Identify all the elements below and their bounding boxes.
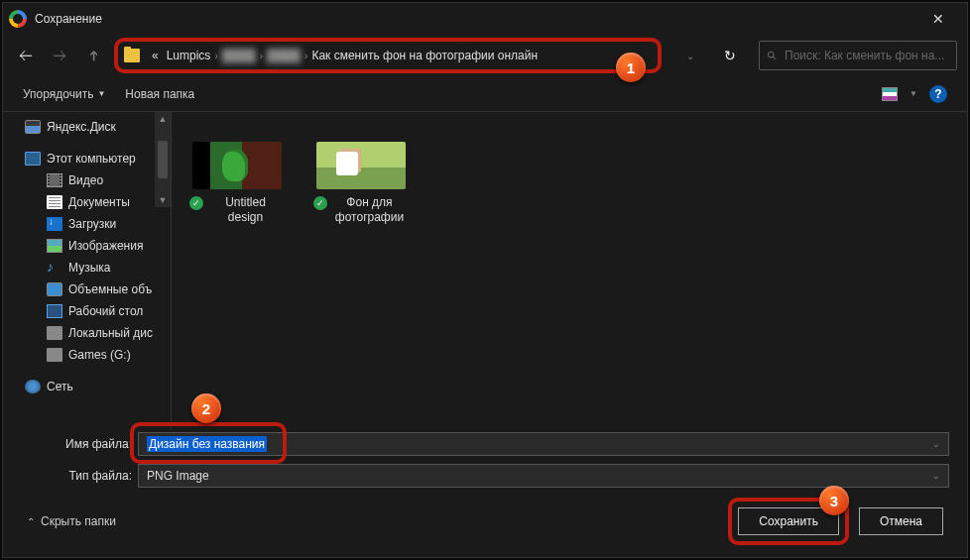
breadcrumb-item[interactable]: ████ <box>218 49 260 62</box>
file-thumbnail <box>316 142 406 189</box>
drive-icon <box>47 326 62 340</box>
address-bar[interactable]: « Lumpics › ████ › ████ › Как сменить фо… <box>114 38 662 73</box>
tree-item-3d-objects[interactable]: Объемные объ <box>3 279 171 300</box>
tree-item-network[interactable]: Сеть <box>3 376 171 397</box>
chevron-down-icon: ▼ <box>909 89 917 98</box>
file-item[interactable]: ✓Фон для фотографии <box>313 142 408 225</box>
callout-badge-3: 3 <box>819 486 849 515</box>
filename-input[interactable]: Дизайн без названия ⌄ <box>138 432 949 456</box>
tree-item-videos[interactable]: Видео <box>3 169 171 191</box>
up-button[interactable]: ➔ <box>80 43 106 68</box>
callout-badge-1: 1 <box>616 53 646 82</box>
filetype-select[interactable]: PNG Image ⌄ <box>138 464 949 488</box>
new-folder-button[interactable]: Новая папка <box>125 87 194 101</box>
file-name: Untitled design <box>207 195 284 225</box>
save-form: Имя файла: Дизайн без названия ⌄ Тип фай… <box>3 429 967 491</box>
sync-ok-icon: ✓ <box>313 196 327 210</box>
scroll-down-icon[interactable]: ▼ <box>155 194 171 207</box>
chevron-down-icon[interactable]: ⌄ <box>932 439 940 449</box>
filetype-label: Тип файла: <box>21 469 138 483</box>
breadcrumb-item[interactable]: Как сменить фон на фотографии онлайн <box>307 49 542 62</box>
scrollbar[interactable]: ▲ ▼ <box>155 112 171 207</box>
breadcrumb-prefix: « <box>148 49 163 62</box>
file-thumbnail <box>192 142 282 189</box>
title-bar: Сохранение ✕ <box>3 3 967 35</box>
view-mode-button[interactable] <box>882 87 898 101</box>
back-button[interactable]: 🡠 <box>13 43 39 68</box>
toolbar: Упорядочить▼ Новая папка ▼ ? <box>3 76 967 112</box>
chevron-up-icon: ⌃ <box>27 516 35 527</box>
filetype-value: PNG Image <box>147 469 209 483</box>
document-icon <box>47 195 62 209</box>
drive-icon <box>47 348 62 362</box>
video-icon <box>47 173 62 187</box>
search-input[interactable]: ⚲ Поиск: Как сменить фон на... <box>759 41 957 70</box>
chevron-down-icon: ▼ <box>97 89 105 98</box>
file-name: Фон для фотографии <box>331 195 408 225</box>
scroll-thumb[interactable] <box>158 141 168 177</box>
computer-icon <box>25 152 41 166</box>
scroll-up-icon[interactable]: ▲ <box>155 112 171 125</box>
search-placeholder: Поиск: Как сменить фон на... <box>785 49 944 62</box>
refresh-button[interactable]: ↻ <box>717 43 743 68</box>
chrome-icon <box>9 10 27 28</box>
help-button[interactable]: ? <box>929 85 947 103</box>
main-area: ▲ ▼ Яндекс.Диск Этот компьютер Видео Док… <box>3 112 967 429</box>
navigation-row: 🡠 🡢 ➔ « Lumpics › ████ › ████ › Как смен… <box>3 35 967 76</box>
image-icon <box>47 239 62 253</box>
disk-icon <box>25 120 41 134</box>
download-icon <box>47 217 62 231</box>
tree-item-images[interactable]: Изображения <box>3 235 171 257</box>
organize-button[interactable]: Упорядочить▼ <box>23 87 105 101</box>
navigation-tree: ▲ ▼ Яндекс.Диск Этот компьютер Видео Док… <box>3 112 172 429</box>
tree-item-documents[interactable]: Документы <box>3 191 171 213</box>
file-list[interactable]: ✓Untitled design ✓Фон для фотографии <box>172 112 967 429</box>
chevron-down-icon[interactable]: ⌄ <box>932 471 940 481</box>
callout-badge-2: 2 <box>191 393 221 423</box>
tree-item-local-disk[interactable]: Локальный дис <box>3 322 171 344</box>
cube-icon <box>47 282 62 296</box>
save-dialog: Сохранение ✕ 🡠 🡢 ➔ « Lumpics › ████ › ██… <box>2 2 968 558</box>
search-icon: ⚲ <box>764 48 780 63</box>
desktop-icon <box>47 304 62 318</box>
folder-icon <box>124 49 140 62</box>
filename-value: Дизайн без названия <box>147 436 267 452</box>
tree-item-this-pc[interactable]: Этот компьютер <box>3 148 171 169</box>
hide-folders-button[interactable]: ⌃ Скрыть папки <box>27 514 116 528</box>
tree-item-yandex-disk[interactable]: Яндекс.Диск <box>3 116 171 138</box>
window-title: Сохранение <box>35 12 102 26</box>
music-icon: ♪ <box>47 261 62 275</box>
file-item[interactable]: ✓Untitled design <box>189 142 284 225</box>
cancel-button[interactable]: Отмена <box>859 507 943 535</box>
close-button[interactable]: ✕ <box>915 4 961 34</box>
tree-item-downloads[interactable]: Загрузки <box>3 213 171 235</box>
filename-label: Имя файла: <box>21 437 138 451</box>
network-icon <box>25 380 41 393</box>
tree-item-desktop[interactable]: Рабочий стол <box>3 300 171 322</box>
history-dropdown[interactable]: ⌄ <box>677 43 703 68</box>
tree-item-games-drive[interactable]: Games (G:) <box>3 344 171 366</box>
breadcrumb-item[interactable]: ████ <box>263 49 304 62</box>
breadcrumb-item[interactable]: Lumpics <box>163 49 215 62</box>
sync-ok-icon: ✓ <box>189 196 203 210</box>
tree-item-music[interactable]: ♪Музыка <box>3 257 171 279</box>
forward-button[interactable]: 🡢 <box>47 43 72 68</box>
